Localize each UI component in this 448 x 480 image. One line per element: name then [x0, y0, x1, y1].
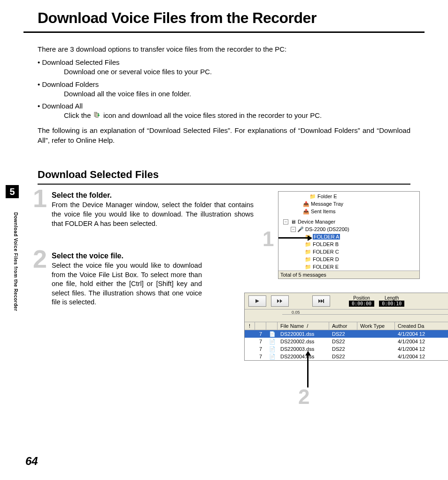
cell-author: DS22: [329, 331, 357, 337]
list-item: Download All Click the icon and download…: [38, 101, 410, 121]
bullet-title: Download Folders: [38, 80, 99, 88]
callout-number: 2: [298, 385, 309, 409]
sent-icon: 📤: [303, 209, 309, 214]
col-created-date[interactable]: Created Da: [395, 322, 448, 330]
table-row[interactable]: 7 📄 DS220002.dss DS22 4/1/2004 12: [245, 338, 448, 345]
cell-created: 4/1/2004 12: [395, 339, 448, 344]
tree-label-selected: FOLDER A: [313, 234, 340, 240]
recorder-icon: 🎤: [297, 226, 304, 232]
cell-created: 4/1/2004 12: [395, 331, 448, 337]
collapse-icon[interactable]: −: [291, 227, 296, 232]
step-title: Select the voice file.: [52, 252, 202, 260]
folder-icon: 📁: [305, 241, 311, 247]
tree-label: Folder E: [317, 194, 337, 199]
length-value: 0:00:10: [379, 301, 404, 307]
bullet-title: Download Selected Files: [38, 58, 120, 66]
tree-item[interactable]: −🎤DS-2200 (DS2200): [280, 225, 417, 233]
svg-marker-4: [280, 299, 282, 303]
tree-item[interactable]: 📁FOLDER E: [280, 263, 417, 271]
tree-item[interactable]: 📤Sent Items: [280, 208, 417, 215]
bullet-desc: Click the icon and download all the voic…: [38, 111, 410, 121]
fast-forward-button[interactable]: [271, 295, 289, 307]
list-item: Download Selected Files Download one or …: [38, 58, 410, 77]
step-number: 1: [33, 186, 47, 211]
callout-arrow: [278, 237, 311, 239]
tree-item[interactable]: 📁FOLDER C: [280, 248, 417, 255]
length-display: Length 0:00:10: [379, 295, 404, 307]
play-button[interactable]: [248, 295, 266, 307]
timeline[interactable]: 0.05: [245, 310, 448, 322]
player-toolbar: Position 0:00:00 Length 0:00:10: [245, 293, 448, 310]
device-manager-icon: 🖥: [290, 219, 296, 225]
file-list-screenshot: Position 0:00:00 Length 0:00:10 0.05 !: [244, 293, 448, 361]
tree-item[interactable]: 📁Folder E: [280, 193, 417, 200]
cell-priority: 7: [255, 354, 266, 359]
cell-created: 4/1/2004 12: [395, 354, 448, 359]
chapter-number-tab: 5: [6, 185, 19, 198]
bullet-desc: Download all the voice files in one fold…: [38, 89, 410, 99]
cell-file-name: DS220004.dss: [278, 354, 329, 359]
tray-icon: 📥: [303, 201, 309, 207]
svg-rect-7: [323, 299, 324, 303]
col-icon[interactable]: [266, 322, 278, 330]
download-options-list: Download Selected Files Download one or …: [38, 58, 410, 121]
tree-label: Message Tray: [311, 201, 343, 207]
col-priority-flag[interactable]: !: [245, 322, 255, 330]
folder-icon: 📁: [305, 264, 311, 270]
list-item: Download Folders Download all the voice …: [38, 80, 410, 99]
tree-item[interactable]: 📁FOLDER D: [280, 255, 417, 263]
folder-icon: 📁: [309, 194, 316, 199]
col-work-type[interactable]: Work Type: [357, 322, 395, 330]
position-label: Position: [349, 295, 374, 301]
col-file-name[interactable]: File Name /: [278, 322, 329, 330]
tree-label: DS-2200 (DS2200): [305, 226, 349, 232]
step-number: 2: [33, 246, 47, 271]
svg-marker-2: [255, 299, 259, 303]
step-description: Select the voice file you would like to …: [52, 261, 202, 307]
folder-icon: 📁: [305, 256, 311, 262]
tree-label: Device Manager: [298, 219, 335, 225]
length-label: Length: [379, 295, 404, 301]
table-row[interactable]: 7 📄 DS220001.dss DS22 4/1/2004 12: [245, 330, 448, 338]
collapse-icon[interactable]: −: [283, 219, 288, 225]
table-row[interactable]: 7 📄 DS220003.dss DS22 4/1/2004 12: [245, 345, 448, 353]
title-rule: [23, 31, 425, 33]
svg-marker-5: [318, 299, 321, 303]
tree-item[interactable]: 📁FOLDER B: [280, 240, 417, 248]
table-header: ! File Name / Author Work Type Created D…: [245, 322, 448, 330]
tree-item-folder-a[interactable]: 📁FOLDER A: [280, 233, 417, 240]
step-title: Select the folder.: [52, 191, 254, 200]
cell-author: DS22: [329, 346, 357, 352]
file-icon: 📄: [266, 331, 278, 337]
table-row[interactable]: 7 📄 DS220004.dss DS22 4/1/2004 12: [245, 353, 448, 360]
tree-item[interactable]: −🖥Device Manager: [280, 218, 417, 225]
skip-end-button[interactable]: [312, 295, 330, 307]
step-description: From the Device Manager window, select t…: [52, 201, 254, 228]
voice-file-list: ! File Name / Author Work Type Created D…: [245, 322, 448, 360]
side-running-head: Download Voice Files from the Recorder: [13, 212, 18, 311]
file-icon: 📄: [266, 346, 278, 352]
cell-created: 4/1/2004 12: [395, 346, 448, 352]
tree-label: FOLDER E: [313, 264, 339, 270]
file-icon: 📄: [266, 354, 278, 360]
position-display: Position 0:00:00: [349, 295, 374, 307]
cell-file-name: DS220002.dss: [278, 339, 329, 344]
tree-label: FOLDER D: [313, 256, 339, 262]
svg-marker-6: [321, 299, 323, 303]
tree-item[interactable]: 📥Message Tray: [280, 200, 417, 208]
col-blank[interactable]: [255, 322, 266, 330]
col-author[interactable]: Author: [329, 322, 357, 330]
bullet-desc: Download one or several voice files to y…: [38, 67, 410, 77]
section-title: Download Selected Files: [38, 169, 410, 181]
bullet-title: Download All: [38, 102, 83, 110]
bullet-desc-prefix: Click the: [64, 111, 91, 119]
followup-text: The following is an explanation of “Down…: [38, 125, 410, 145]
svg-marker-3: [277, 299, 279, 303]
device-manager-screenshot: 1 📁Folder E 📥Message Tray 📤Sent Items −🖥…: [278, 191, 420, 279]
bullet-desc-suffix: icon and download all the voice files st…: [103, 111, 322, 119]
tree-label: FOLDER B: [313, 241, 339, 247]
folder-icon: 📁: [305, 249, 311, 255]
tree-label: Sent Items: [311, 209, 336, 214]
status-bar: Total of 5 messages: [278, 271, 419, 279]
cell-author: DS22: [329, 354, 357, 359]
